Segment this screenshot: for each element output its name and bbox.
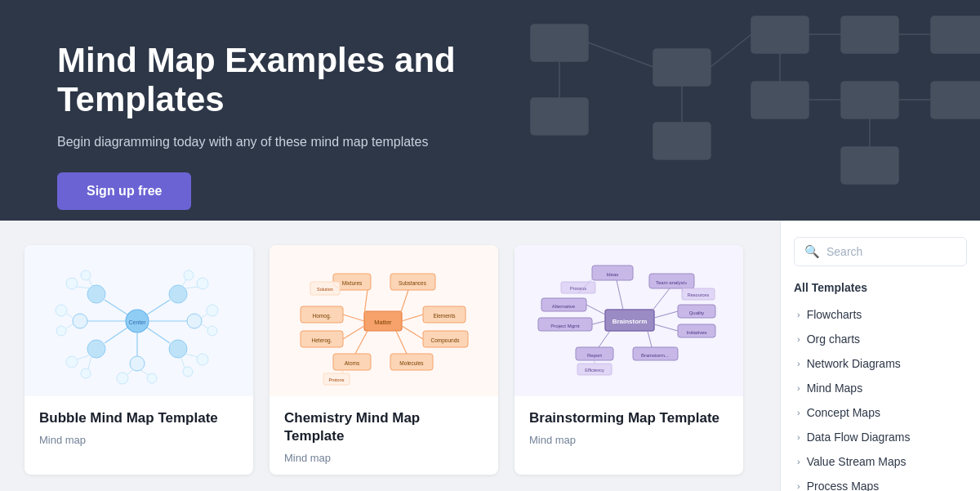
svg-text:Efficiency: Efficiency [585,368,604,373]
svg-text:Initiatives: Initiatives [686,330,706,335]
svg-point-25 [73,314,87,328]
svg-rect-2 [931,16,980,53]
cards-area: Center [0,221,780,491]
all-templates-label: All Templates [794,281,967,294]
svg-point-53 [197,278,208,289]
svg-text:Matter: Matter [374,319,392,326]
search-placeholder: Search [826,245,862,258]
bubble-mind-map-svg: Center [41,249,237,392]
svg-point-27 [87,340,105,358]
svg-point-63 [183,367,193,377]
svg-line-72 [400,290,408,315]
svg-point-39 [81,270,91,280]
svg-line-113 [586,305,605,315]
svg-line-78 [402,326,423,339]
svg-line-52 [140,370,149,375]
svg-line-42 [67,314,73,318]
hero-subtitle: Begin diagramming today with any of thes… [57,135,923,150]
card-image-brainstorm: Brainstorm Team analysis Ideas Quality I… [514,245,743,396]
chevron-right-icon: › [797,481,800,491]
svg-line-24 [105,300,127,315]
sidebar-item-label: Flowcharts [807,308,862,321]
svg-point-41 [56,305,67,316]
sidebar-item-network-diagrams[interactable]: › Network Diagrams [794,351,967,376]
sidebar-item-value-stream-maps[interactable]: › Value Stream Maps [794,449,967,474]
svg-line-60 [202,324,208,328]
chevron-right-icon: › [797,359,800,368]
svg-text:Mixtures: Mixtures [342,280,363,286]
main-content: Center [0,221,980,491]
sidebar-item-label: Concept Maps [807,406,880,419]
svg-text:Substances: Substances [399,280,427,286]
svg-text:Project Mgmt: Project Mgmt [550,324,580,328]
card-image-chemistry: Matter Mixtures Substances Elements Comp… [270,245,498,396]
svg-line-48 [88,355,91,369]
chevron-right-icon: › [797,383,800,393]
svg-text:Solution: Solution [317,287,333,292]
svg-point-55 [184,270,194,280]
svg-line-44 [66,324,73,328]
sidebar-item-concept-maps[interactable]: › Concept Maps [794,400,967,425]
chevron-right-icon: › [797,310,800,319]
svg-line-96 [341,370,345,373]
svg-point-61 [197,354,208,365]
svg-text:Compounds: Compounds [430,337,460,344]
svg-point-49 [117,373,128,384]
svg-point-43 [56,326,66,336]
card-brainstorming-map[interactable]: Brainstorm Team analysis Ideas Quality I… [514,245,743,475]
svg-text:Ideas: Ideas [607,272,619,277]
svg-text:Homog.: Homog. [313,313,332,319]
svg-line-81 [343,315,364,321]
sidebar-item-label: Network Diagrams [807,357,901,370]
card-bubble-mind-map[interactable]: Center [24,245,253,475]
search-box[interactable]: 🔍 Search [794,237,967,266]
chevron-right-icon: › [797,432,800,442]
svg-text:Team analysis: Team analysis [656,280,687,285]
svg-text:Brainstorm...: Brainstorm... [641,353,669,358]
card-tag-brainstorm: Mind map [529,434,728,446]
svg-text:Molecules: Molecules [399,360,424,366]
svg-line-50 [127,370,132,375]
svg-line-75 [402,315,423,321]
svg-point-47 [81,368,91,378]
svg-text:Alternative: Alternative [552,304,576,309]
svg-text:Heterog.: Heterog. [312,337,332,344]
chevron-right-icon: › [797,457,800,466]
sidebar-item-label: Mind Maps [807,382,862,395]
svg-line-84 [343,326,364,339]
sidebar-item-flowcharts[interactable]: › Flowcharts [794,302,967,327]
sidebar-item-mind-maps[interactable]: › Mind Maps [794,376,967,400]
card-tag-bubble: Mind map [39,434,238,446]
svg-point-59 [207,326,217,336]
svg-line-62 [185,354,198,357]
svg-text:Process: Process [570,286,586,291]
svg-point-31 [169,285,187,303]
signup-button[interactable]: Sign up free [57,172,191,210]
svg-line-38 [77,287,91,288]
sidebar-item-data-flow-diagrams[interactable]: › Data Flow Diagrams [794,425,967,449]
card-tag-chemistry: Mind map [284,452,483,464]
svg-line-122 [599,331,610,347]
svg-line-116 [592,321,605,324]
page-title: Mind Map Examples and Templates [57,41,629,120]
svg-point-29 [130,356,145,371]
svg-point-57 [207,305,218,316]
svg-text:Quality: Quality [689,310,705,315]
svg-line-101 [649,288,670,315]
svg-point-37 [66,278,78,289]
svg-line-104 [617,280,623,310]
sidebar-item-org-charts[interactable]: › Org charts [794,327,967,351]
svg-line-119 [648,331,652,347]
svg-line-58 [202,314,207,318]
svg-text:Elements: Elements [433,313,456,319]
card-chemistry-mind-map[interactable]: Matter Mixtures Substances Elements Comp… [270,245,498,475]
svg-line-28 [105,328,127,343]
svg-text:Protons: Protons [329,377,345,382]
chevron-right-icon: › [797,408,800,417]
chemistry-mind-map-svg: Matter Mixtures Substances Elements Comp… [286,249,482,392]
card-title-brainstorm: Brainstorming Map Template [529,409,728,427]
svg-point-35 [169,340,187,358]
svg-line-110 [654,324,678,331]
sidebar-item-process-maps[interactable]: › Process Maps [794,474,967,491]
svg-line-64 [180,356,185,368]
